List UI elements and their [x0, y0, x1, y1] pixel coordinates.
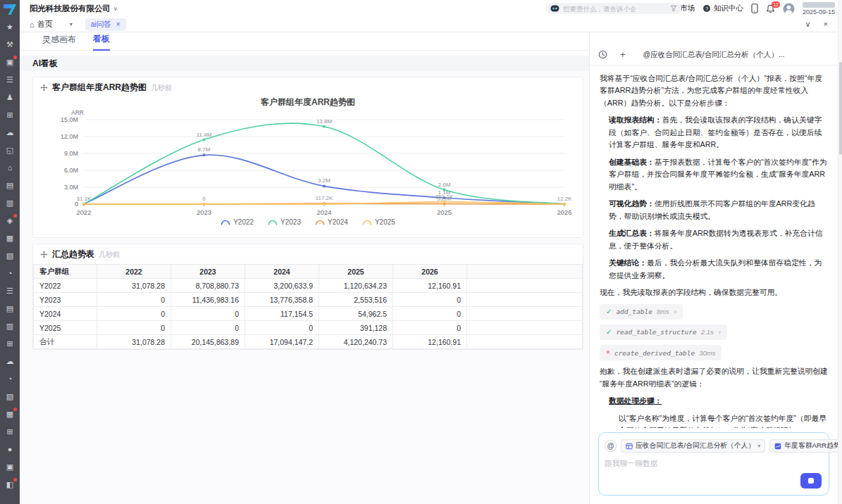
svg-text:0: 0	[202, 196, 206, 202]
document-icon[interactable]: ▧	[0, 247, 20, 265]
legend-item-Y2023[interactable]: Y2023	[268, 218, 301, 226]
column-header: 2022	[97, 265, 171, 279]
column-header: 2024	[245, 265, 319, 279]
table-cell: 0	[393, 307, 467, 321]
table-cell: 0	[393, 321, 467, 335]
table-row: Y2023011,436,983.1613,776,358.82,553,516…	[34, 293, 583, 307]
bank-card-icon[interactable]: ▤	[0, 300, 20, 317]
avatar[interactable]	[783, 3, 795, 15]
subtab-board[interactable]: 看板	[93, 33, 110, 51]
legend-item-Y2024[interactable]: Y2024	[315, 218, 348, 226]
mention-at-button[interactable]: @	[605, 440, 617, 452]
chevron-right-icon[interactable]: ›	[719, 327, 721, 337]
table-cell: Y2023	[34, 293, 97, 307]
table-row: Y2025000391,1280	[34, 321, 583, 335]
tab-home[interactable]: ⌂ 首页	[30, 19, 53, 30]
svg-text:3.2M: 3.2M	[318, 177, 330, 184]
briefcase-icon[interactable]: ▦	[0, 229, 20, 247]
video-message-icon[interactable]: ▣	[0, 53, 20, 71]
bar-chart-icon[interactable]: ◧	[0, 476, 20, 493]
chat-input-area: @ 应收合同汇总表/合同汇总分析（个人） ▾ 年度客群ARR趋势分析 ▾	[590, 428, 838, 504]
task-list-icon[interactable]: ☰	[0, 282, 20, 300]
chevron-right-icon[interactable]: ›	[674, 306, 676, 317]
mobile-icon[interactable]	[751, 4, 758, 13]
new-chat-plus-icon[interactable]: +	[620, 49, 626, 60]
column-header: 2026	[393, 265, 467, 279]
chat-input-box[interactable]: @ 应收合同汇总表/合同汇总分析（个人） ▾ 年度客群ARR趋势分析 ▾	[598, 432, 829, 496]
svg-text:391.1K: 391.1K	[435, 194, 454, 200]
folder-icon[interactable]: ▧	[0, 388, 20, 405]
tool-call-create-derived-table-failed[interactable]: ×create_derived_table30ms	[600, 345, 722, 360]
chevron-down-icon: ∨	[113, 6, 118, 12]
search-input[interactable]	[563, 5, 667, 13]
calendar-icon[interactable]: ⊞	[0, 335, 20, 353]
panel-close-icon[interactable]: ×	[824, 20, 828, 29]
table-cell: 0	[97, 321, 171, 335]
chat-header: + @应收合同汇总表/合同汇总分析（个人）...	[590, 32, 838, 65]
dashboard-grid-icon[interactable]: ⊞	[0, 106, 20, 124]
legend-curve-icon	[362, 219, 372, 225]
cross-icon: ×	[606, 347, 610, 358]
tab-close-icon[interactable]: ×	[116, 20, 120, 28]
user-contacts-icon[interactable]: ♟	[0, 89, 20, 106]
data-layers-icon[interactable]: ☰	[0, 71, 20, 89]
tab-ai-qa[interactable]: ai问答 ×	[85, 18, 126, 31]
tool-call-add-table[interactable]: ✓add_table8ms›	[600, 304, 683, 320]
cloud-service-icon[interactable]: ☁	[0, 353, 20, 370]
id-card-icon[interactable]: ▤	[0, 177, 20, 194]
move-handle-icon[interactable]	[40, 251, 48, 258]
table-card-header: 汇总趋势表 几秒前	[33, 244, 583, 263]
table-header-row: 客户群组20222023202420252026	[34, 265, 583, 279]
order-list-icon[interactable]: ▦	[0, 405, 20, 423]
notification-icon[interactable]: ◔	[0, 265, 20, 282]
subtab-inspiration-canvas[interactable]: 灵感画布	[42, 34, 76, 50]
procurement-cart-icon[interactable]: ◱	[0, 141, 20, 159]
context-tag-method[interactable]: 年度客群ARR趋势分析 ▾	[769, 439, 842, 453]
knowledge-center-label: 知识中心	[714, 4, 743, 13]
tool-call-read-table-structure[interactable]: ✓read_table_structure2.1s›	[600, 325, 727, 340]
disc-icon[interactable]: ●	[0, 441, 20, 458]
table-cell	[467, 307, 583, 321]
knowledge-center-link[interactable]: ? 知识中心	[702, 4, 743, 13]
current-date: 2025-09-15	[803, 8, 835, 15]
column-header: 2025	[319, 265, 393, 279]
context-tag-row: @ 应收合同汇总表/合同汇总分析（个人） ▾ 年度客群ARR趋势分析 ▾	[605, 439, 823, 453]
organization-icon[interactable]: ⌂	[0, 159, 20, 177]
table-cell: 12,160.91	[393, 279, 467, 293]
user-box[interactable]: 2025-09-15	[803, 2, 835, 15]
security-shield-icon[interactable]: ◈	[0, 212, 20, 229]
cloud-sync-icon[interactable]: ☁	[0, 124, 20, 141]
panel-collapse-icon[interactable]: ∨	[805, 20, 811, 29]
notifications-bell[interactable]: 12	[766, 4, 775, 13]
star-icon[interactable]: ★	[0, 18, 20, 36]
window-scrollbar[interactable]	[838, 0, 842, 504]
pie-analytics-icon[interactable]: ◔	[0, 370, 20, 388]
handbook-icon[interactable]: ▥	[0, 317, 20, 335]
chevron-down-icon[interactable]: ▾	[757, 443, 760, 449]
stop-generation-button[interactable]	[800, 473, 822, 489]
filter-icon[interactable]	[670, 5, 677, 12]
legend-item-Y2022[interactable]: Y2022	[221, 218, 254, 226]
global-search[interactable]	[546, 3, 681, 14]
move-handle-icon[interactable]	[40, 84, 48, 92]
legend-label: Y2024	[328, 218, 348, 226]
table-cell	[467, 321, 583, 335]
chat-step: 生成汇总表：将服务年度ARR数据转为透视表形式，补充合计信息，便于整体分析。	[600, 227, 828, 252]
table-grid-icon[interactable]: ⊞	[0, 423, 20, 441]
scrollbar-thumb[interactable]	[839, 62, 842, 155]
app-logo-icon[interactable]	[4, 4, 16, 15]
report-doc-icon[interactable]: ▣	[0, 458, 20, 476]
company-switcher[interactable]: 阳光科技股份有限公司 ∨	[30, 4, 118, 14]
tab-home-label: 首页	[37, 19, 53, 30]
main-area: 灵感画布 看板 AI看板 客户群组年度ARR趋势图 几秒前 客户群组年度ARR趋…	[20, 32, 589, 504]
wrench-tools-icon[interactable]: ⚒	[0, 36, 20, 53]
history-clock-icon[interactable]	[598, 50, 607, 59]
context-tag-report[interactable]: 应收合同汇总表/合同汇总分析（个人） ▾	[621, 439, 765, 453]
chat-message-input[interactable]	[605, 459, 791, 467]
table-cell: 31,078.28	[97, 335, 171, 349]
table-cell: 54,962.5	[319, 307, 393, 321]
legend-item-Y2025[interactable]: Y2025	[362, 218, 395, 226]
chart-card: 客户群组年度ARR趋势图 几秒前 客户群组年度ARR趋势图 03.0M6.0M9…	[32, 77, 583, 238]
tab-list-caret-icon[interactable]: ▾	[70, 21, 73, 27]
archive-box-icon[interactable]: ▥	[0, 194, 20, 212]
